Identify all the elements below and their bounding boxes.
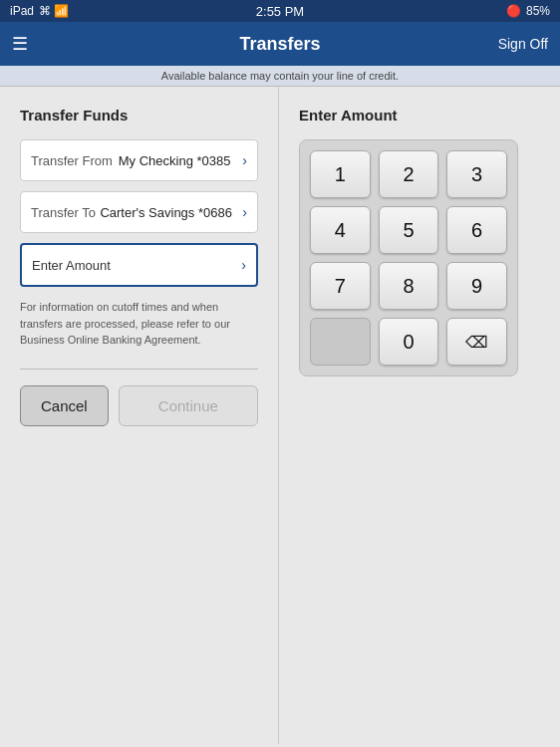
transfer-to-value: Carter's Savings *0686 (100, 205, 232, 220)
status-left: iPad ⌘ 📶 (10, 4, 69, 18)
bluetooth-icon: 🔴 (506, 4, 521, 18)
transfer-to-label: Transfer To (31, 205, 96, 220)
enter-amount-field[interactable]: Enter Amount › (20, 243, 258, 287)
transfer-to-chevron: › (242, 204, 247, 220)
notice-bar: Available balance may contain your line … (0, 66, 560, 87)
transfer-from-chevron: › (242, 152, 247, 168)
numpad-empty (310, 318, 371, 366)
info-text: For information on cutoff times and when… (20, 299, 258, 349)
sign-off-button[interactable]: Sign Off (498, 36, 548, 52)
notice-text: Available balance may contain your line … (161, 70, 399, 82)
wifi-icon: ⌘ 📶 (39, 4, 69, 18)
numpad-key-7[interactable]: 7 (310, 262, 371, 310)
left-panel-title: Transfer Funds (20, 107, 258, 124)
numpad-key-0[interactable]: 0 (379, 318, 439, 366)
numpad-backspace[interactable]: ⌫ (446, 318, 507, 366)
numpad-key-1[interactable]: 1 (310, 150, 371, 198)
transfer-to-field[interactable]: Transfer To Carter's Savings *0686 › (20, 191, 258, 233)
enter-amount-chevron: › (241, 257, 246, 273)
numpad-key-6[interactable]: 6 (446, 206, 507, 254)
status-bar: iPad ⌘ 📶 2:55 PM 🔴 85% (0, 0, 560, 22)
main-content: Transfer Funds Transfer From My Checking… (0, 87, 560, 744)
numpad-key-8[interactable]: 8 (379, 262, 439, 310)
nav-title: Transfers (239, 34, 320, 55)
numpad-key-9[interactable]: 9 (446, 262, 507, 310)
cancel-button[interactable]: Cancel (20, 385, 109, 426)
ipad-label: iPad (10, 4, 34, 18)
numpad-key-2[interactable]: 2 (379, 150, 439, 198)
numpad-key-3[interactable]: 3 (446, 150, 507, 198)
numpad-key-4[interactable]: 4 (310, 206, 371, 254)
enter-amount-label: Enter Amount (32, 258, 111, 273)
numpad-key-5[interactable]: 5 (379, 206, 439, 254)
divider (20, 369, 258, 370)
menu-icon[interactable]: ☰ (12, 33, 28, 55)
status-time: 2:55 PM (256, 4, 304, 19)
transfer-from-label: Transfer From (31, 153, 113, 168)
right-panel-title: Enter Amount (299, 107, 540, 124)
battery-level: 85% (526, 4, 550, 18)
numpad: 1234567890⌫ (299, 139, 518, 376)
button-row: Cancel Continue (20, 385, 258, 426)
right-panel: Enter Amount 1234567890⌫ (279, 87, 560, 744)
left-panel: Transfer Funds Transfer From My Checking… (0, 87, 279, 744)
transfer-from-value: My Checking *0385 (119, 153, 231, 168)
transfer-from-field[interactable]: Transfer From My Checking *0385 › (20, 139, 258, 181)
status-right: 🔴 85% (506, 4, 550, 18)
nav-bar: ☰ Transfers Sign Off (0, 22, 560, 66)
continue-button: Continue (119, 385, 258, 426)
